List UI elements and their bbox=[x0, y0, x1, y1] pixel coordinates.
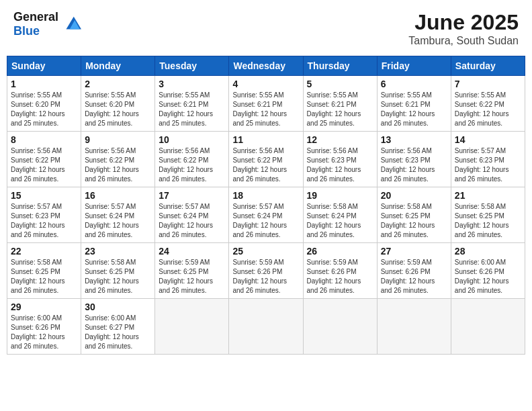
day-number: 24 bbox=[159, 246, 225, 257]
day-number: 11 bbox=[232, 134, 299, 145]
calendar-cell: 20Sunrise: 5:58 AM Sunset: 6:25 PM Dayli… bbox=[377, 187, 451, 243]
month-title: June 2025 bbox=[408, 10, 519, 35]
calendar-cell: 18Sunrise: 5:57 AM Sunset: 6:24 PM Dayli… bbox=[229, 187, 303, 243]
day-number: 4 bbox=[232, 79, 299, 89]
calendar-week-row: 22Sunrise: 5:58 AM Sunset: 6:25 PM Dayli… bbox=[7, 243, 525, 299]
title-area: June 2025 Tambura, South Sudan bbox=[408, 10, 519, 47]
day-number: 25 bbox=[232, 246, 299, 257]
calendar-cell bbox=[451, 299, 525, 355]
calendar-cell: 7Sunrise: 5:55 AM Sunset: 6:22 PM Daylig… bbox=[451, 76, 525, 132]
calendar-cell: 27Sunrise: 5:59 AM Sunset: 6:26 PM Dayli… bbox=[377, 243, 451, 299]
calendar-cell: 2Sunrise: 5:55 AM Sunset: 6:20 PM Daylig… bbox=[81, 76, 155, 132]
calendar-cell: 15Sunrise: 5:57 AM Sunset: 6:23 PM Dayli… bbox=[7, 187, 81, 243]
calendar-cell bbox=[229, 299, 303, 355]
calendar-cell: 8Sunrise: 5:56 AM Sunset: 6:22 PM Daylig… bbox=[7, 132, 81, 187]
calendar-cell: 6Sunrise: 5:55 AM Sunset: 6:21 PM Daylig… bbox=[377, 76, 451, 132]
day-info: Sunrise: 5:55 AM Sunset: 6:22 PM Dayligh… bbox=[455, 91, 521, 128]
column-header-monday: Monday bbox=[81, 56, 155, 76]
day-number: 3 bbox=[159, 79, 225, 89]
location-subtitle: Tambura, South Sudan bbox=[408, 35, 519, 47]
day-number: 14 bbox=[455, 134, 521, 145]
day-number: 27 bbox=[381, 246, 447, 257]
calendar-cell: 28Sunrise: 6:00 AM Sunset: 6:26 PM Dayli… bbox=[451, 243, 525, 299]
calendar-week-row: 8Sunrise: 5:56 AM Sunset: 6:22 PM Daylig… bbox=[7, 132, 525, 187]
day-number: 15 bbox=[11, 190, 77, 201]
calendar-cell: 29Sunrise: 6:00 AM Sunset: 6:26 PM Dayli… bbox=[7, 299, 81, 355]
day-number: 17 bbox=[159, 190, 225, 201]
logo-general: General bbox=[13, 10, 58, 24]
day-number: 7 bbox=[455, 79, 521, 89]
day-number: 21 bbox=[455, 190, 521, 201]
day-number: 18 bbox=[232, 190, 299, 201]
day-info: Sunrise: 5:59 AM Sunset: 6:26 PM Dayligh… bbox=[232, 258, 299, 295]
day-info: Sunrise: 5:56 AM Sunset: 6:23 PM Dayligh… bbox=[381, 146, 447, 184]
calendar-table: SundayMondayTuesdayWednesdayThursdayFrid… bbox=[7, 56, 525, 355]
calendar-cell bbox=[303, 299, 377, 355]
calendar-cell: 26Sunrise: 5:59 AM Sunset: 6:26 PM Dayli… bbox=[303, 243, 377, 299]
column-header-tuesday: Tuesday bbox=[155, 56, 229, 76]
day-info: Sunrise: 5:59 AM Sunset: 6:25 PM Dayligh… bbox=[159, 258, 225, 295]
day-info: Sunrise: 5:55 AM Sunset: 6:20 PM Dayligh… bbox=[11, 91, 77, 128]
calendar-cell: 17Sunrise: 5:57 AM Sunset: 6:24 PM Dayli… bbox=[155, 187, 229, 243]
logo-icon bbox=[61, 14, 81, 34]
day-info: Sunrise: 5:55 AM Sunset: 6:21 PM Dayligh… bbox=[381, 91, 447, 128]
day-number: 2 bbox=[85, 79, 151, 89]
calendar-cell bbox=[377, 299, 451, 355]
day-info: Sunrise: 5:58 AM Sunset: 6:25 PM Dayligh… bbox=[11, 258, 77, 295]
day-info: Sunrise: 5:56 AM Sunset: 6:22 PM Dayligh… bbox=[159, 146, 225, 184]
day-info: Sunrise: 5:56 AM Sunset: 6:22 PM Dayligh… bbox=[232, 146, 299, 184]
day-info: Sunrise: 5:57 AM Sunset: 6:24 PM Dayligh… bbox=[85, 202, 151, 240]
calendar-cell: 10Sunrise: 5:56 AM Sunset: 6:22 PM Dayli… bbox=[155, 132, 229, 187]
day-number: 23 bbox=[85, 246, 151, 257]
calendar-cell: 24Sunrise: 5:59 AM Sunset: 6:25 PM Dayli… bbox=[155, 243, 229, 299]
day-info: Sunrise: 5:56 AM Sunset: 6:22 PM Dayligh… bbox=[11, 146, 77, 184]
calendar-cell: 22Sunrise: 5:58 AM Sunset: 6:25 PM Dayli… bbox=[7, 243, 81, 299]
day-number: 9 bbox=[85, 134, 151, 145]
calendar-header-row: SundayMondayTuesdayWednesdayThursdayFrid… bbox=[7, 56, 525, 76]
day-info: Sunrise: 5:55 AM Sunset: 6:20 PM Dayligh… bbox=[85, 91, 151, 128]
day-number: 29 bbox=[11, 302, 77, 312]
day-info: Sunrise: 6:00 AM Sunset: 6:26 PM Dayligh… bbox=[11, 314, 77, 351]
day-number: 19 bbox=[307, 190, 373, 201]
day-info: Sunrise: 5:58 AM Sunset: 6:25 PM Dayligh… bbox=[381, 202, 447, 240]
calendar-cell: 14Sunrise: 5:57 AM Sunset: 6:23 PM Dayli… bbox=[451, 132, 525, 187]
day-info: Sunrise: 5:57 AM Sunset: 6:23 PM Dayligh… bbox=[455, 146, 521, 184]
day-info: Sunrise: 5:55 AM Sunset: 6:21 PM Dayligh… bbox=[232, 91, 299, 128]
calendar-cell bbox=[155, 299, 229, 355]
day-info: Sunrise: 5:58 AM Sunset: 6:24 PM Dayligh… bbox=[307, 202, 373, 240]
calendar-cell: 30Sunrise: 6:00 AM Sunset: 6:27 PM Dayli… bbox=[81, 299, 155, 355]
column-header-thursday: Thursday bbox=[303, 56, 377, 76]
day-number: 20 bbox=[381, 190, 447, 201]
day-info: Sunrise: 5:56 AM Sunset: 6:23 PM Dayligh… bbox=[307, 146, 373, 184]
day-info: Sunrise: 5:57 AM Sunset: 6:23 PM Dayligh… bbox=[11, 202, 77, 240]
day-number: 12 bbox=[307, 134, 373, 145]
calendar-cell: 19Sunrise: 5:58 AM Sunset: 6:24 PM Dayli… bbox=[303, 187, 377, 243]
column-header-wednesday: Wednesday bbox=[229, 56, 303, 76]
day-number: 8 bbox=[11, 134, 77, 145]
day-number: 28 bbox=[455, 246, 521, 257]
day-number: 26 bbox=[307, 246, 373, 257]
day-info: Sunrise: 5:55 AM Sunset: 6:21 PM Dayligh… bbox=[307, 91, 373, 128]
calendar-cell: 13Sunrise: 5:56 AM Sunset: 6:23 PM Dayli… bbox=[377, 132, 451, 187]
day-number: 16 bbox=[85, 190, 151, 201]
calendar-cell: 12Sunrise: 5:56 AM Sunset: 6:23 PM Dayli… bbox=[303, 132, 377, 187]
logo: General Blue bbox=[13, 10, 81, 38]
logo-blue: Blue bbox=[13, 24, 40, 38]
column-header-saturday: Saturday bbox=[451, 56, 525, 76]
day-number: 13 bbox=[381, 134, 447, 145]
day-info: Sunrise: 5:59 AM Sunset: 6:26 PM Dayligh… bbox=[307, 258, 373, 295]
day-info: Sunrise: 5:58 AM Sunset: 6:25 PM Dayligh… bbox=[455, 202, 521, 240]
day-info: Sunrise: 5:55 AM Sunset: 6:21 PM Dayligh… bbox=[159, 91, 225, 128]
calendar-cell: 4Sunrise: 5:55 AM Sunset: 6:21 PM Daylig… bbox=[229, 76, 303, 132]
logo-text: General Blue bbox=[13, 10, 58, 38]
calendar-cell: 21Sunrise: 5:58 AM Sunset: 6:25 PM Dayli… bbox=[451, 187, 525, 243]
column-header-sunday: Sunday bbox=[7, 56, 81, 76]
day-info: Sunrise: 6:00 AM Sunset: 6:26 PM Dayligh… bbox=[455, 258, 521, 295]
page-header: General Blue June 2025 Tambura, South Su… bbox=[7, 7, 525, 50]
calendar-cell: 25Sunrise: 5:59 AM Sunset: 6:26 PM Dayli… bbox=[229, 243, 303, 299]
day-info: Sunrise: 5:56 AM Sunset: 6:22 PM Dayligh… bbox=[85, 146, 151, 184]
calendar-cell: 9Sunrise: 5:56 AM Sunset: 6:22 PM Daylig… bbox=[81, 132, 155, 187]
day-number: 1 bbox=[11, 79, 77, 89]
day-number: 6 bbox=[381, 79, 447, 89]
day-info: Sunrise: 5:57 AM Sunset: 6:24 PM Dayligh… bbox=[232, 202, 299, 240]
